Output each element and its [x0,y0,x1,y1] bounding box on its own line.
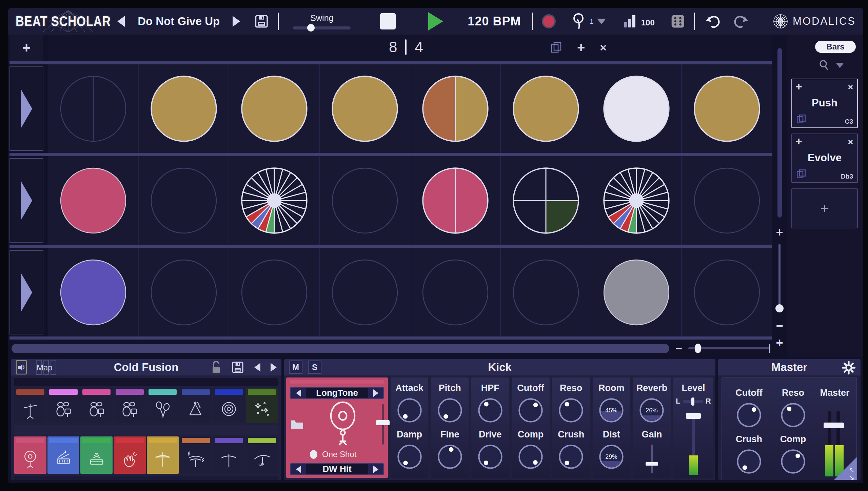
sample-name-top[interactable]: LongTone [306,388,368,398]
master-fader-handle[interactable] [824,423,844,428]
beat-cell-r2-c8[interactable] [681,156,772,245]
drum-pad-clap[interactable] [114,436,146,474]
beat-cell-r2-c1[interactable] [48,156,138,245]
beat-cell-r2-c6[interactable] [500,156,591,245]
prev-sample-icon[interactable] [291,388,306,398]
reso-knob[interactable] [779,401,807,429]
next-articulation-icon[interactable] [368,464,383,474]
timeline-scrollbar[interactable] [12,344,669,353]
sidebar-magnifier-icon[interactable] [819,60,829,71]
reso-knob[interactable] [557,396,585,425]
lock-icon[interactable] [211,360,221,374]
mute-button[interactable]: M [289,361,302,374]
crush-knob[interactable] [735,447,763,476]
pan-slider[interactable] [683,400,703,403]
magnifier-icon[interactable] [572,13,587,30]
attack-knob[interactable] [395,396,424,425]
drum-pad-gong[interactable] [213,388,245,423]
drum-pad-maracas[interactable] [147,388,179,423]
bar-card-duplicate-icon[interactable] [796,169,806,179]
browse-folder-icon[interactable] [290,418,304,430]
dice-icon[interactable] [670,14,685,29]
beat-cell-r3-c8[interactable] [681,248,772,336]
cutoff-knob[interactable] [516,396,545,425]
rail-add-button[interactable]: + [776,226,783,239]
stop-button[interactable] [380,13,396,29]
bar-card-add-icon[interactable]: + [795,135,802,148]
solo-button[interactable]: S [308,361,321,374]
preview-speaker-icon[interactable] [16,360,27,375]
beats-count[interactable]: 8 [389,39,397,56]
beat-cell-r3-c3[interactable] [229,248,319,336]
reverb-knob[interactable]: 26% [637,396,666,425]
add-track-button[interactable]: + [9,35,43,61]
drum-pad-triangle[interactable] [180,388,212,423]
dist-knob[interactable]: 29% [597,443,626,471]
prev-kit-icon[interactable] [254,363,260,372]
bars-mode-button[interactable]: Bars [815,41,856,53]
bar-card-push[interactable]: + × Push C3 [791,79,858,128]
record-button[interactable] [542,14,556,28]
beat-cell-r3-c5[interactable] [410,248,500,336]
beat-cell-r3-c4[interactable] [319,248,410,336]
kit-save-icon[interactable] [231,361,244,374]
drum-pad-cymbal[interactable] [213,436,245,474]
add-bar-card[interactable]: + [791,188,858,228]
next-pattern-icon[interactable] [233,16,240,27]
comp-knob[interactable] [779,447,807,476]
drum-pad-drum-kit[interactable] [114,388,146,423]
beat-cell-r1-c6[interactable] [500,64,591,153]
damp-knob[interactable] [395,443,424,471]
beat-cell-r2-c5[interactable] [410,156,500,245]
one-shot-toggle[interactable]: One Shot [310,450,384,459]
vertical-zoom-out[interactable]: − [776,320,783,332]
fine-knob[interactable] [436,443,464,471]
drum-pad-hihat[interactable] [147,436,179,474]
sample-volume-knob[interactable] [376,420,390,425]
swing-slider[interactable] [293,26,351,29]
bar-card-name[interactable]: Evolve [792,152,857,164]
sample-volume-slider[interactable] [382,404,384,445]
settings-gear-icon[interactable] [842,361,856,375]
drum-pad-hihat-sizzle[interactable] [180,436,212,474]
beat-cell-r1-c4[interactable] [319,64,410,153]
duplicate-bar-icon[interactable] [550,41,562,54]
hpf-knob[interactable] [476,396,505,425]
map-label[interactable]: Map [37,363,53,372]
bar-card-name[interactable]: Push [792,97,857,109]
row-play-button[interactable] [9,250,43,334]
beat-cell-r1-c2[interactable] [138,64,229,153]
drum-pad-cymbal-tilt[interactable] [246,436,278,474]
gain-slider-handle[interactable] [646,462,658,466]
level-fader-handle[interactable] [686,413,701,419]
beat-cell-r3-c7[interactable] [591,248,681,336]
bar-card-close-icon[interactable]: × [848,137,853,147]
project-title[interactable]: Do Not Give Up [125,15,233,28]
add-bar-icon[interactable]: + [577,41,585,54]
beat-cell-r3-c1[interactable] [48,248,138,336]
quantize-dropdown-icon[interactable] [597,19,606,24]
drum-pad-snare-sticks[interactable] [47,436,80,474]
drum-pad-snare-buzz[interactable] [80,436,113,474]
next-sample-icon[interactable] [368,388,383,398]
save-icon[interactable] [254,14,269,29]
drum-pad-drum-kit[interactable] [47,388,80,423]
vertical-zoom-knob[interactable] [775,304,784,312]
bar-count[interactable]: 100 [641,18,655,27]
time-signature[interactable]: 8 4 [389,39,423,56]
drum-pad-sparkles[interactable] [246,388,278,423]
beat-cell-r1-c8[interactable] [681,64,772,153]
drive-knob[interactable] [476,443,505,471]
timeline-zoom-knob[interactable] [695,344,701,353]
play-button[interactable] [428,12,443,30]
swing-slider-knob[interactable] [307,24,315,32]
next-kit-icon[interactable] [271,363,277,372]
cutoff-knob[interactable] [735,401,763,429]
zoom-out-button[interactable]: − [675,343,682,354]
drum-pad-kick-drum[interactable] [14,436,46,474]
quantize-value[interactable]: 1 [590,17,594,25]
beat-cell-r2-c4[interactable] [319,156,410,245]
bar-card-evolve[interactable]: + × Evolve Db3 [791,134,858,183]
delete-bar-icon[interactable]: × [600,42,607,53]
vertical-zoom-slider[interactable] [778,244,781,310]
